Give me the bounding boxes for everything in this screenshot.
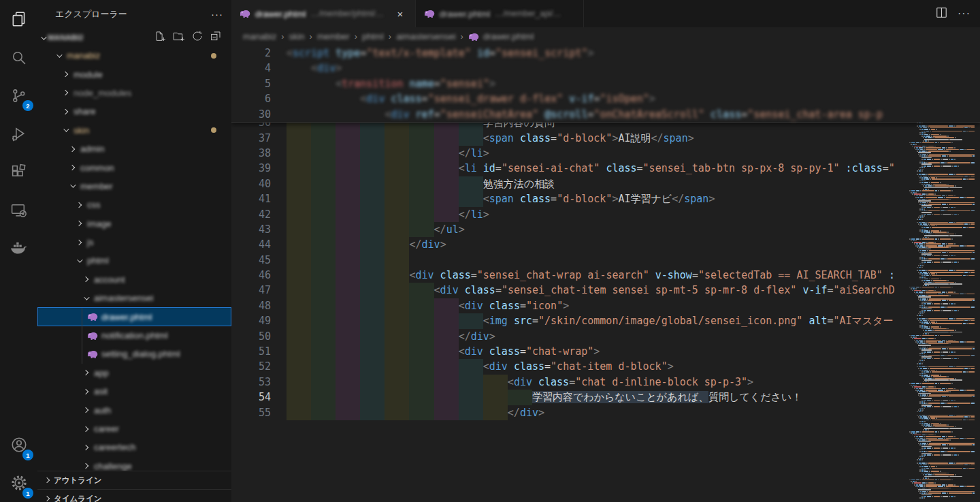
folder-careertech[interactable]: careertech [37,438,231,456]
chevron-right-icon [74,221,84,225]
workspace-root-row[interactable]: MANABI2 [37,28,231,46]
code-line-47[interactable]: 47<div class="sensei_chat-item sensei sp… [231,283,906,298]
folder-career[interactable]: career [37,420,231,438]
folder-app[interactable]: app [37,364,231,382]
code-line-42[interactable]: 42</li> [231,207,906,222]
activity-run-debug-icon[interactable] [0,114,37,153]
folder-phtml[interactable]: phtml [37,251,231,270]
close-icon[interactable]: × [393,7,407,20]
code-line-55[interactable]: 55</div> [231,405,906,420]
line-number: 48 [231,298,271,313]
folder-share[interactable]: share [37,102,231,121]
folder-js[interactable]: js [37,233,231,251]
activity-settings-icon[interactable]: 1 [0,464,37,502]
breadcrumb-item-member[interactable]: ›member [305,31,350,42]
folder-node-modules[interactable]: node_modules [37,84,231,102]
code-line-44[interactable]: 44</div> [231,237,906,252]
activity-explorer-icon[interactable] [0,0,37,38]
code-line-46[interactable]: 46<div class="sensei_chat-wrap ai-search… [231,268,906,283]
code-line-40[interactable]: 40勉強方法の相談 [231,176,906,191]
code-line-37[interactable]: 37<span class="d-block">AI説明</span> [231,131,906,146]
refresh-icon[interactable] [191,30,203,44]
tree-indent-guide [82,308,82,364]
folder-css[interactable]: css [37,195,231,214]
indent-guide-block [336,253,360,268]
breadcrumb-label: phtml [362,31,384,42]
activity-search-icon[interactable] [0,38,37,76]
file-notification-phtml[interactable]: notification.phtml [37,326,231,345]
breadcrumb-item-manabiz[interactable]: manabiz [243,31,276,42]
activity-extensions-icon[interactable] [0,153,37,191]
code-line-52[interactable]: 52<div class="chat-item d-block"> [231,359,906,374]
activity-docker-icon[interactable] [0,229,37,267]
code-line-5[interactable]: 5<transition name="sensei"> [231,76,980,91]
folder-image[interactable]: image [37,215,231,233]
activity-accounts-icon[interactable]: 1 [0,426,37,464]
code-line-38[interactable]: 38</li> [231,146,906,161]
indent-guide-block [385,176,409,191]
code-line-50[interactable]: 50</div> [231,329,906,344]
sidebar-more-icon[interactable]: ··· [211,8,223,20]
line-number: 49 [231,313,271,328]
indent-guide-block [434,131,459,146]
code-line-45[interactable]: 45 [231,253,906,268]
explorer-sidebar: エクスプローラー ··· MANABI2 manabizmodulenode_m… [37,0,231,502]
folder-skin[interactable]: skin [37,121,231,140]
editor[interactable]: 3132<div class="sensei_tab-wrap text-cen… [231,46,980,502]
indent-guide-block [287,161,311,176]
split-editor-icon[interactable] [935,6,948,22]
file-setting-dialog-phtml[interactable]: setting_dialog.phtml [37,345,231,363]
indent-guide-block [459,176,483,191]
line-number: 41 [231,191,271,206]
timeline-section[interactable]: タイムライン [37,489,231,502]
breadcrumb-item-drawer-phtml[interactable]: ›drawer.phtml [456,31,534,42]
sticky-scroll[interactable]: 2<script type="text/x-template" id="sens… [231,46,980,123]
activity-remote-explorer-icon[interactable] [0,191,37,229]
indent-guide-block [360,131,385,146]
folder-manabiz[interactable]: manabiz [37,46,231,65]
code-line-4[interactable]: 4<div> [231,61,980,76]
code-line-53[interactable]: 53<div class="chat d-inline-block sp-p-3… [231,375,906,390]
new-folder-icon[interactable] [172,30,185,44]
folder-admin[interactable]: admin [37,140,231,158]
folder-common[interactable]: common [37,158,231,176]
tab-drawer.phtml-2[interactable]: drawer.phtml…/member_api/… [416,0,584,27]
outline-section[interactable]: アウトライン [37,471,231,489]
code-line-41[interactable]: 41<span class="d-block">AI学習ナビ</span> [231,191,906,206]
code-line-43[interactable]: 43</ul> [231,222,906,237]
code-line-30[interactable]: 30<div ref="senseiChatArea" @scroll="onC… [231,107,980,122]
editor-more-icon[interactable]: ··· [958,7,970,20]
breadcrumb-item-phtml[interactable]: ›phtml [350,31,384,42]
code-line-2[interactable]: 2<script type="text/x-template" id="sens… [231,46,980,61]
code-line-51[interactable]: 51<div class="chat-wrap"> [231,344,906,359]
chevron-right-icon [67,147,78,151]
activity-source-control-icon[interactable]: 2 [0,76,37,114]
indent-guide-block [483,375,508,390]
tab-drawer.phtml[interactable]: drawer.phtml…/member/phtml/…× [231,0,416,27]
code-line-39[interactable]: 39<li id="sensei-ai-chat" class="sensei_… [231,161,906,176]
breadcrumb-item-skin[interactable]: ›skin [276,31,304,42]
code-line-49[interactable]: 49<img src="/skin/common/image/global/se… [231,313,906,328]
indent-guide-block [287,329,311,344]
code-line-6[interactable]: 6<div class="sensei_drawer d-flex" v-if=… [231,91,980,106]
file-drawer-phtml[interactable]: drawer.phtml [37,307,231,326]
code-line-54[interactable]: 54学習内容でわからないことがあれば、質問してください！ [231,390,906,405]
new-file-icon[interactable] [153,30,166,44]
folder-aimastersensei[interactable]: aimastersensei [37,289,231,307]
code-line-48[interactable]: 48<div class="icon"> [231,298,906,313]
folder-account[interactable]: account [37,270,231,289]
indent-guide-block [385,191,409,206]
folder-asit[interactable]: asit [37,382,231,401]
folder-module[interactable]: module [37,65,231,83]
indent-guide-block [385,283,409,298]
editor-group: drawer.phtml…/member/phtml/…×drawer.phtm… [231,0,980,502]
folder-challenge[interactable]: challenge [37,457,231,471]
tree-item-label: image [87,219,111,229]
breadcrumb-item-aimastersensei[interactable]: ›aimastersensei [384,31,456,42]
folder-member[interactable]: member [37,177,231,195]
indent-guide-block [287,405,311,420]
indent-guide-block [360,283,385,298]
collapse-all-icon[interactable] [210,30,222,44]
folder-auth[interactable]: auth [37,401,231,419]
chevron-down-icon [60,128,71,132]
